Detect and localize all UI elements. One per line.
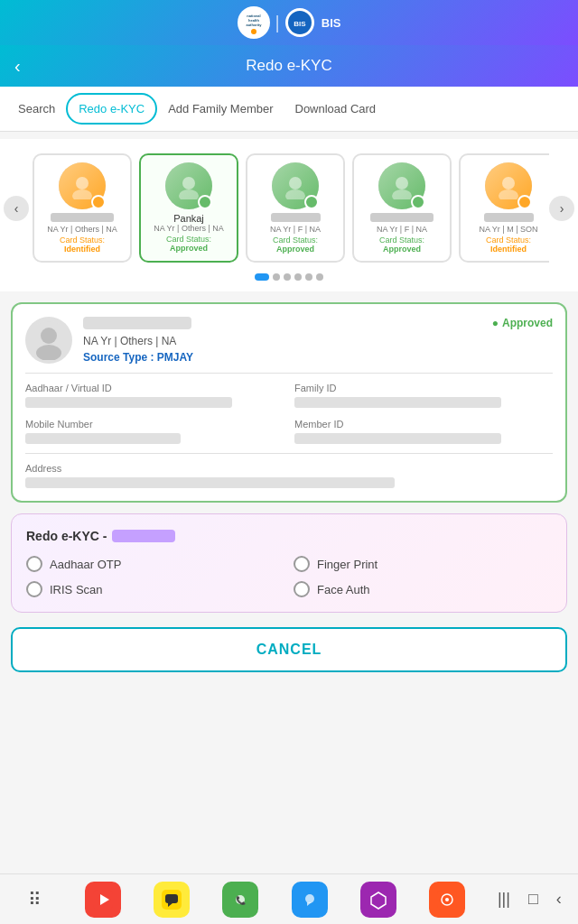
member-avatar-4 — [485, 162, 532, 209]
svg-rect-23 — [165, 894, 178, 903]
member-detail-grid: Aadhaar / Virtual ID Family ID Mobile Nu… — [25, 383, 553, 444]
aadhaar-value — [25, 397, 232, 408]
svg-point-4 — [251, 29, 256, 34]
svg-point-8 — [72, 189, 92, 199]
bis-label: BIS — [322, 16, 341, 30]
app-icon-blue[interactable] — [292, 882, 328, 918]
cancel-button[interactable]: CANCEL — [11, 627, 567, 672]
svg-point-12 — [285, 189, 305, 199]
member-meta-3: NA Yr | F | NA — [377, 225, 427, 234]
header-divider: | — [275, 13, 280, 33]
kyc-option-iris-scan[interactable]: IRIS Scan — [26, 581, 284, 597]
avatar-badge-1 — [198, 195, 212, 209]
detail-divider-1 — [25, 373, 553, 374]
carousel-right-arrow[interactable]: › — [549, 196, 574, 221]
kyc-options: Aadhaar OTP Finger Print IRIS Scan Face … — [26, 556, 552, 597]
member-detail-header: NA Yr | Others | NA Source Type : PMJAY … — [25, 317, 553, 364]
member-card-4[interactable]: NA Yr | M | SON Card Status: Identified — [459, 153, 549, 263]
mobile-label: Mobile Number — [25, 419, 284, 430]
apps-grid-icon[interactable]: ⠿ — [16, 882, 52, 918]
detail-divider-2 — [25, 453, 553, 454]
kyc-option-aadhaar-otp[interactable]: Aadhaar OTP — [26, 556, 284, 572]
dot-5 — [316, 273, 323, 281]
member-avatar-1 — [165, 162, 212, 209]
back-button[interactable]: ‹ — [14, 56, 21, 77]
member-status-3: Card Status: Approved — [361, 236, 443, 254]
bis-logo-circle: BIS — [285, 8, 314, 37]
app-icon-green[interactable]: 📞 — [222, 882, 258, 918]
radio-finger-print[interactable] — [294, 556, 310, 572]
member-id-field: Member ID — [294, 419, 553, 444]
kyc-label-face-auth: Face Auth — [317, 583, 370, 596]
nha-logo-circle: national health authority — [238, 6, 270, 39]
svg-text:authority: authority — [246, 23, 262, 27]
avatar-badge-3 — [411, 195, 425, 209]
approved-badge: ● Approved — [492, 317, 553, 329]
back-sys-icon[interactable]: ‹ — [556, 890, 562, 909]
svg-point-10 — [179, 189, 199, 199]
kyc-label-finger-print: Finger Print — [317, 558, 378, 571]
kyc-name-blurred — [112, 530, 175, 542]
radio-face-auth[interactable] — [294, 581, 310, 597]
address-value — [25, 477, 395, 488]
app-icon-purple[interactable] — [360, 882, 396, 918]
app-icon-yellow[interactable] — [154, 882, 190, 918]
member-meta-0: NA Yr | Others | NA — [47, 225, 117, 234]
nha-logo: national health authority | BIS BIS — [238, 6, 341, 39]
svg-point-35 — [445, 898, 449, 901]
kyc-label-iris-scan: IRIS Scan — [50, 583, 103, 596]
svg-point-16 — [499, 189, 518, 199]
app-icon-red[interactable] — [85, 882, 121, 918]
avatar-badge-0 — [91, 195, 106, 209]
avatar-badge-2 — [304, 195, 319, 209]
family-id-label: Family ID — [294, 383, 553, 393]
carousel-left-arrow[interactable]: ‹ — [4, 196, 29, 221]
avatar-badge-4 — [517, 195, 532, 209]
approved-label: Approved — [502, 317, 553, 329]
svg-point-29 — [305, 894, 314, 903]
system-nav: ||| □ ‹ — [498, 890, 562, 909]
page-title: Redo e-KYC — [246, 57, 331, 75]
member-meta-2: NA Yr | F | NA — [270, 225, 321, 234]
app-icon-orange[interactable] — [429, 882, 465, 918]
radio-aadhaar-otp[interactable] — [26, 556, 42, 572]
member-avatar-0 — [59, 162, 106, 209]
kyc-title-prefix: Redo e-KYC - — [26, 529, 107, 543]
svg-text:📞: 📞 — [236, 895, 247, 906]
kyc-title: Redo e-KYC - — [26, 529, 552, 543]
detail-avatar — [25, 317, 72, 364]
carousel-dots — [0, 273, 578, 281]
dot-0 — [255, 273, 269, 281]
aadhaar-label: Aadhaar / Virtual ID — [25, 383, 284, 393]
source-label: Source Type : — [83, 351, 154, 364]
approved-dot: ● — [492, 317, 499, 329]
carousel-items: NA Yr | Others | NA Card Status: Identif… — [29, 150, 549, 266]
member-name-0 — [51, 213, 114, 222]
member-status-4: Card Status: Identified — [468, 236, 549, 254]
member-meta-1: NA Yr | Others | NA — [154, 224, 224, 233]
member-card-3[interactable]: NA Yr | F | NA Card Status: Approved — [352, 153, 452, 263]
svg-point-9 — [182, 177, 195, 189]
member-card-1[interactable]: Pankaj NA Yr | Others | NA Card Status: … — [139, 153, 238, 263]
member-name-block: NA Yr | Others | NA Source Type : PMJAY — [83, 317, 492, 364]
member-id-value — [294, 433, 501, 444]
address-label: Address — [25, 463, 553, 474]
kyc-section: Redo e-KYC - Aadhaar OTP Finger Print IR… — [11, 513, 567, 613]
tab-redo-ekyc[interactable]: Redo e-KYC — [66, 93, 157, 125]
kyc-option-finger-print[interactable]: Finger Print — [294, 556, 552, 572]
home-icon[interactable]: □ — [528, 890, 538, 909]
member-name-1: Pankaj — [148, 213, 229, 224]
radio-iris-scan[interactable] — [26, 581, 42, 597]
member-avatar-2 — [272, 162, 319, 209]
recents-icon[interactable]: ||| — [498, 890, 510, 909]
tab-search[interactable]: Search — [7, 95, 66, 123]
member-status-1: Card Status: Approved — [148, 235, 229, 253]
family-id-field: Family ID — [294, 383, 553, 408]
tab-add-family[interactable]: Add Family Member — [157, 95, 284, 123]
dot-3 — [294, 273, 302, 281]
tab-download-card[interactable]: Download Card — [284, 95, 387, 123]
member-card-2[interactable]: NA Yr | F | NA Card Status: Approved — [246, 153, 345, 263]
member-card-0[interactable]: NA Yr | Others | NA Card Status: Identif… — [33, 153, 132, 263]
dot-4 — [305, 273, 312, 281]
kyc-option-face-auth[interactable]: Face Auth — [294, 581, 552, 597]
